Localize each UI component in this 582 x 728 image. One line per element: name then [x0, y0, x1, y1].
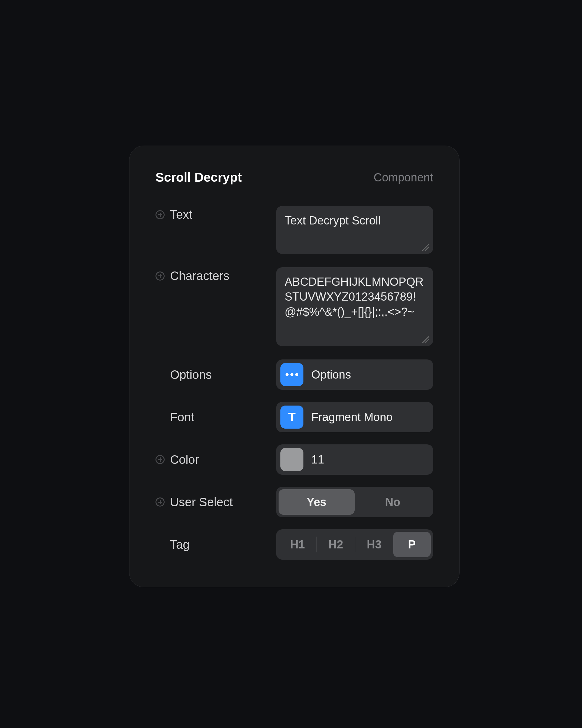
user-select-segmented: Yes No	[276, 487, 433, 517]
font-picker[interactable]: T Fragment Mono	[276, 402, 433, 432]
color-value: 11	[311, 453, 324, 466]
icon-spacer	[156, 370, 165, 379]
label-col-options: Options	[156, 368, 276, 382]
row-user-select: User Select Yes No	[156, 487, 433, 517]
tag-h1[interactable]: H1	[279, 532, 316, 557]
label-col-color: Color	[156, 453, 276, 467]
options-picker[interactable]: Options	[276, 360, 433, 390]
row-tag: Tag H1 H2 H3 P	[156, 529, 433, 560]
characters-input[interactable]	[276, 267, 433, 346]
panel-subtitle: Component	[374, 171, 433, 184]
plus-circle-icon[interactable]	[156, 497, 165, 506]
font-chip-icon: T	[280, 406, 303, 428]
control-options: Options	[276, 360, 433, 390]
control-characters	[276, 267, 433, 347]
label-color: Color	[170, 453, 199, 467]
options-value: Options	[311, 368, 351, 381]
user-select-no[interactable]: No	[355, 489, 431, 515]
row-text: Text	[156, 206, 433, 255]
control-tag: H1 H2 H3 P	[276, 529, 433, 560]
label-col-characters: Characters	[156, 267, 276, 283]
label-options: Options	[170, 368, 212, 382]
color-picker[interactable]: 11	[276, 444, 433, 475]
label-col-tag: Tag	[156, 538, 276, 551]
control-font: T Fragment Mono	[276, 402, 433, 432]
icon-spacer	[156, 413, 165, 422]
label-tag: Tag	[170, 538, 190, 551]
component-panel: Scroll Decrypt Component Text	[129, 146, 460, 587]
textarea-wrap-text	[276, 206, 433, 255]
canvas: Scroll Decrypt Component Text	[0, 0, 582, 728]
control-text	[276, 206, 433, 255]
row-color: Color 11	[156, 444, 433, 475]
label-col-user-select: User Select	[156, 495, 276, 509]
text-input[interactable]	[276, 206, 433, 254]
icon-spacer	[156, 540, 165, 549]
control-user-select: Yes No	[276, 487, 433, 517]
ellipsis-icon	[280, 363, 303, 386]
label-characters: Characters	[170, 269, 229, 283]
font-value: Fragment Mono	[311, 411, 392, 424]
panel-title: Scroll Decrypt	[156, 170, 242, 185]
row-font: Font T Fragment Mono	[156, 402, 433, 432]
label-user-select: User Select	[170, 495, 233, 509]
label-col-text: Text	[156, 206, 276, 222]
label-col-font: Font	[156, 410, 276, 424]
plus-circle-icon[interactable]	[156, 271, 165, 281]
plus-circle-icon[interactable]	[156, 455, 165, 464]
panel-header: Scroll Decrypt Component	[156, 170, 433, 185]
tag-segmented: H1 H2 H3 P	[276, 529, 433, 560]
row-options: Options Options	[156, 360, 433, 390]
color-swatch-icon	[280, 448, 303, 471]
label-text: Text	[170, 208, 192, 222]
row-characters: Characters	[156, 267, 433, 347]
tag-p[interactable]: P	[393, 532, 431, 557]
user-select-yes[interactable]: Yes	[279, 489, 355, 515]
tag-h2[interactable]: H2	[317, 532, 355, 557]
plus-circle-icon[interactable]	[156, 210, 165, 219]
tag-h3[interactable]: H3	[355, 532, 393, 557]
font-chip-letter: T	[288, 410, 296, 424]
label-font: Font	[170, 410, 194, 424]
control-color: 11	[276, 444, 433, 475]
textarea-wrap-characters	[276, 267, 433, 347]
